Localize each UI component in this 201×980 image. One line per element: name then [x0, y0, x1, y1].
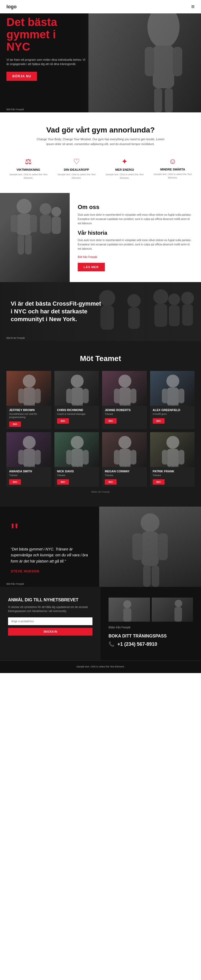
- newsletter-submit-button[interactable]: SKICKA IN: [8, 628, 93, 636]
- testimonial-text: "Det bästa gymmet i NYC. Tränare är supe…: [11, 546, 91, 564]
- about-section: Om oss Duis aute irure dolor in reprehen…: [0, 193, 201, 282]
- svg-rect-73: [174, 466, 179, 467]
- about-text1: Duis aute irure dolor in reprehenderit i…: [78, 213, 193, 226]
- svg-rect-47: [179, 388, 184, 403]
- newsletter-email-input[interactable]: [8, 617, 93, 625]
- svg-point-32: [71, 375, 84, 388]
- footer-text: Sample text. Click to select the Text El…: [77, 665, 124, 668]
- svg-point-6: [17, 199, 32, 214]
- svg-rect-21: [155, 304, 167, 327]
- hero-description: Vi tar fram ett program som möter dina i…: [6, 57, 87, 66]
- team-member-name-4: AMANDA SMITH: [9, 470, 48, 473]
- team-member-bio-button-7[interactable]: BIO: [153, 479, 164, 485]
- about-credit-link[interactable]: Bild från Freepik: [78, 256, 97, 259]
- team-member-bio-button-3[interactable]: BIO: [153, 418, 164, 424]
- team-member-name-1: CHRIS RICHMOND: [57, 408, 96, 412]
- svg-rect-54: [24, 466, 29, 467]
- svg-rect-28: [18, 388, 24, 403]
- svg-rect-52: [18, 450, 24, 465]
- features-grid: ⚖ VIKTMINSKNING Sample text. Click to se…: [6, 154, 195, 182]
- svg-rect-34: [66, 388, 72, 403]
- hero-content: Det bästa gymmet i NYC Vi tar fram ett p…: [6, 16, 87, 81]
- svg-point-80: [123, 600, 131, 608]
- svg-rect-64: [114, 450, 120, 465]
- booking-image-2: [152, 598, 193, 622]
- about-cta-button[interactable]: LÄS MER: [78, 263, 105, 271]
- svg-rect-81: [123, 608, 131, 622]
- about-image: [0, 193, 70, 282]
- svg-rect-19: [128, 307, 140, 329]
- svg-rect-9: [30, 215, 37, 232]
- team-member-bio-button-2[interactable]: BIO: [105, 418, 116, 424]
- svg-rect-3: [173, 47, 182, 76]
- team-member-info-5: NICK DAVIS Tränare BIO: [54, 467, 99, 487]
- about-subtitle: Vår historia: [78, 230, 193, 236]
- svg-rect-75: [142, 531, 159, 566]
- about-title: Om oss: [78, 204, 193, 211]
- team-title: Möt Teamet: [6, 354, 195, 363]
- svg-rect-13: [40, 215, 51, 234]
- nav-logo: logo: [6, 4, 17, 10]
- svg-rect-66: [120, 466, 125, 467]
- feature-item-3: ☺ MINDRE SMÄRTA Sample text. Click to se…: [151, 154, 195, 182]
- svg-rect-25: [182, 304, 193, 326]
- feature-text-0: Sample text. Click to select the Text El…: [9, 173, 48, 180]
- hero-section: Det bästa gymmet i NYC Vi tar fram ett p…: [0, 0, 201, 112]
- svg-rect-49: [174, 405, 179, 406]
- svg-rect-46: [162, 388, 168, 403]
- hamburger-icon[interactable]: ≡: [191, 3, 195, 10]
- svg-rect-65: [131, 450, 136, 465]
- team-member-bio-button-0[interactable]: BIO: [9, 422, 21, 427]
- team-member-name-5: NICK DAVIS: [57, 470, 96, 473]
- svg-rect-40: [114, 388, 120, 403]
- team-member-bio-button-6[interactable]: BIO: [105, 479, 116, 485]
- svg-point-18: [127, 294, 141, 307]
- team-member-photo-1: [54, 371, 99, 406]
- about-content: Om oss Duis aute irure dolor in reprehen…: [70, 193, 201, 282]
- svg-point-56: [71, 436, 84, 449]
- team-member-info-6: MEGAN CONWAY Tränare BIO: [102, 467, 147, 487]
- team-member-photo-6: [102, 432, 147, 467]
- svg-rect-76: [132, 533, 143, 560]
- team-member-bio-button-4[interactable]: BIO: [9, 479, 21, 485]
- svg-rect-4: [154, 88, 162, 112]
- svg-point-50: [23, 436, 36, 449]
- team-member-photo-7: [150, 432, 195, 467]
- svg-rect-7: [17, 214, 32, 235]
- testimonial-content: " "Det bästa gymmet i NYC. Tränare är su…: [0, 507, 102, 587]
- about-text2: Duis aute irure dolor in reprehenderit i…: [78, 238, 193, 251]
- svg-point-38: [118, 375, 131, 388]
- svg-point-12: [40, 203, 51, 215]
- team-member-name-3: ALEX GREENFIELD: [153, 408, 192, 412]
- team-member: NICK DAVIS Tränare BIO: [54, 432, 99, 487]
- team-member-info-0: JEFFREY BROWN Huvudtränare och chef för …: [6, 406, 51, 429]
- team-member-bio-button-1[interactable]: BIO: [57, 418, 69, 424]
- team-member-role-2: Tränare: [105, 413, 144, 416]
- team-member-bio-button-5[interactable]: BIO: [57, 479, 69, 485]
- navbar: logo ≡: [0, 0, 201, 13]
- svg-rect-43: [126, 405, 131, 406]
- testimonial-section: " "Det bästa gymmet i NYC. Tränare är su…: [0, 507, 201, 587]
- team-member-info-2: JENNIE ROBERTS Tränare BIO: [102, 406, 147, 426]
- feature-text-3: Sample text. Click to select the Text El…: [153, 173, 192, 179]
- svg-rect-67: [126, 466, 131, 467]
- feature-text-1: Sample text. Click to select the Text El…: [57, 173, 96, 180]
- feature-icon-1: ♡: [57, 157, 96, 166]
- svg-rect-31: [30, 405, 35, 406]
- hero-cta-button[interactable]: BÖRJA NU: [6, 72, 37, 81]
- team-member-info-4: AMANDA SMITH Tränare BIO: [6, 467, 51, 487]
- svg-rect-70: [162, 450, 168, 465]
- svg-rect-41: [131, 388, 136, 403]
- feature-item-1: ♡ DIN IDEALKROPP Sample text. Click to s…: [55, 154, 99, 182]
- svg-rect-57: [71, 449, 83, 467]
- svg-point-24: [181, 292, 194, 305]
- team-member-name-0: JEFFREY BROWN: [9, 408, 48, 412]
- feature-label-3: MINDRE SMÄRTA: [153, 168, 192, 171]
- svg-rect-1: [153, 46, 174, 88]
- svg-rect-77: [158, 533, 168, 560]
- team-member-photo-3: [150, 371, 195, 406]
- svg-rect-58: [66, 450, 72, 465]
- feature-text-2: Sample text. Click to select the Text El…: [105, 173, 144, 180]
- footer: Sample text. Click to select the Text El…: [0, 660, 201, 673]
- team-member-role-1: Coach & General Manager: [57, 413, 96, 416]
